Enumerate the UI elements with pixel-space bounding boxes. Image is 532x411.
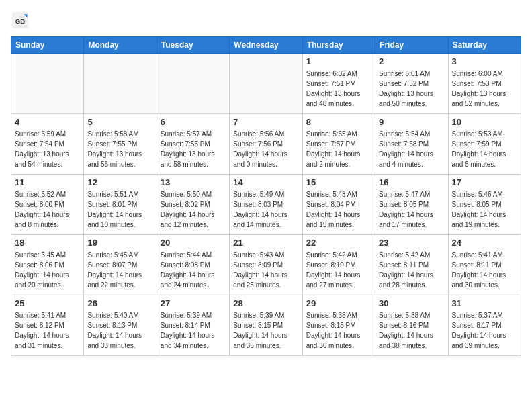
calendar-cell: 4Sunrise: 5:59 AM Sunset: 7:54 PM Daylig… — [11, 114, 84, 175]
weekday-header-row: SundayMondayTuesdayWednesdayThursdayFrid… — [11, 37, 521, 54]
page-header: GB — [11, 11, 521, 30]
week-row-3: 11Sunrise: 5:52 AM Sunset: 8:00 PM Dayli… — [11, 175, 521, 235]
weekday-header-wednesday: Wednesday — [230, 37, 302, 54]
day-info: Sunrise: 5:54 AM Sunset: 7:58 PM Dayligh… — [379, 129, 444, 169]
day-info: Sunrise: 5:59 AM Sunset: 7:54 PM Dayligh… — [15, 129, 80, 169]
calendar-cell: 20Sunrise: 5:44 AM Sunset: 8:08 PM Dayli… — [157, 235, 229, 295]
day-number: 31 — [452, 298, 517, 308]
weekday-header-thursday: Thursday — [302, 37, 375, 54]
calendar-cell: 10Sunrise: 5:53 AM Sunset: 7:59 PM Dayli… — [448, 114, 521, 175]
day-info: Sunrise: 5:58 AM Sunset: 7:55 PM Dayligh… — [87, 129, 152, 169]
calendar-cell — [157, 54, 229, 114]
calendar-cell — [230, 54, 302, 114]
weekday-header-monday: Monday — [84, 37, 157, 54]
day-number: 22 — [306, 238, 371, 248]
svg-text:GB: GB — [15, 17, 25, 25]
calendar-cell: 21Sunrise: 5:43 AM Sunset: 8:09 PM Dayli… — [230, 235, 302, 295]
day-info: Sunrise: 5:38 AM Sunset: 8:16 PM Dayligh… — [379, 310, 444, 351]
day-number: 18 — [15, 238, 80, 248]
day-info: Sunrise: 5:52 AM Sunset: 8:00 PM Dayligh… — [15, 189, 80, 230]
calendar-cell: 6Sunrise: 5:57 AM Sunset: 7:55 PM Daylig… — [157, 114, 229, 175]
day-info: Sunrise: 5:46 AM Sunset: 8:05 PM Dayligh… — [452, 189, 517, 230]
calendar-cell: 31Sunrise: 5:37 AM Sunset: 8:17 PM Dayli… — [448, 295, 521, 356]
day-info: Sunrise: 5:42 AM Sunset: 8:10 PM Dayligh… — [306, 250, 371, 290]
calendar-table: SundayMondayTuesdayWednesdayThursdayFrid… — [11, 36, 521, 356]
day-number: 27 — [161, 298, 226, 308]
week-row-2: 4Sunrise: 5:59 AM Sunset: 7:54 PM Daylig… — [11, 114, 521, 175]
day-info: Sunrise: 5:56 AM Sunset: 7:56 PM Dayligh… — [233, 129, 298, 169]
weekday-header-friday: Friday — [375, 37, 448, 54]
calendar-cell: 5Sunrise: 5:58 AM Sunset: 7:55 PM Daylig… — [84, 114, 157, 175]
day-info: Sunrise: 5:51 AM Sunset: 8:01 PM Dayligh… — [87, 189, 152, 230]
day-number: 28 — [233, 298, 298, 308]
day-number: 1 — [306, 56, 371, 66]
calendar-cell: 29Sunrise: 5:38 AM Sunset: 8:15 PM Dayli… — [302, 295, 375, 356]
calendar-cell: 26Sunrise: 5:40 AM Sunset: 8:13 PM Dayli… — [84, 295, 157, 356]
calendar-cell — [84, 54, 157, 114]
day-info: Sunrise: 6:00 AM Sunset: 7:53 PM Dayligh… — [452, 68, 517, 109]
day-number: 9 — [379, 117, 444, 127]
day-number: 24 — [452, 238, 517, 248]
calendar-cell — [11, 54, 84, 114]
calendar-cell: 25Sunrise: 5:41 AM Sunset: 8:12 PM Dayli… — [11, 295, 84, 356]
day-info: Sunrise: 5:44 AM Sunset: 8:08 PM Dayligh… — [161, 250, 226, 290]
day-info: Sunrise: 5:50 AM Sunset: 8:02 PM Dayligh… — [161, 189, 226, 230]
calendar-cell: 9Sunrise: 5:54 AM Sunset: 7:58 PM Daylig… — [375, 114, 448, 175]
day-number: 25 — [15, 298, 80, 308]
day-number: 13 — [161, 177, 226, 187]
day-number: 7 — [233, 117, 298, 127]
calendar-cell: 17Sunrise: 5:46 AM Sunset: 8:05 PM Dayli… — [448, 175, 521, 235]
day-number: 2 — [379, 56, 444, 66]
logo-icon: GB — [11, 11, 30, 30]
day-number: 4 — [15, 117, 80, 127]
day-info: Sunrise: 5:55 AM Sunset: 7:57 PM Dayligh… — [306, 129, 371, 169]
calendar-cell: 1Sunrise: 6:02 AM Sunset: 7:51 PM Daylig… — [302, 54, 375, 114]
day-info: Sunrise: 5:38 AM Sunset: 8:15 PM Dayligh… — [306, 310, 371, 351]
day-info: Sunrise: 5:48 AM Sunset: 8:04 PM Dayligh… — [306, 189, 371, 230]
weekday-header-saturday: Saturday — [448, 37, 521, 54]
calendar-cell: 23Sunrise: 5:42 AM Sunset: 8:11 PM Dayli… — [375, 235, 448, 295]
calendar-cell: 2Sunrise: 6:01 AM Sunset: 7:52 PM Daylig… — [375, 54, 448, 114]
week-row-1: 1Sunrise: 6:02 AM Sunset: 7:51 PM Daylig… — [11, 54, 521, 114]
day-number: 3 — [452, 56, 517, 66]
logo: GB — [11, 11, 32, 30]
calendar-cell: 18Sunrise: 5:45 AM Sunset: 8:06 PM Dayli… — [11, 235, 84, 295]
day-info: Sunrise: 5:41 AM Sunset: 8:11 PM Dayligh… — [452, 250, 517, 290]
calendar-cell: 27Sunrise: 5:39 AM Sunset: 8:14 PM Dayli… — [157, 295, 229, 356]
day-number: 6 — [161, 117, 226, 127]
day-info: Sunrise: 5:42 AM Sunset: 8:11 PM Dayligh… — [379, 250, 444, 290]
day-info: Sunrise: 6:01 AM Sunset: 7:52 PM Dayligh… — [379, 68, 444, 109]
day-info: Sunrise: 5:39 AM Sunset: 8:15 PM Dayligh… — [233, 310, 298, 351]
weekday-header-tuesday: Tuesday — [157, 37, 229, 54]
week-row-5: 25Sunrise: 5:41 AM Sunset: 8:12 PM Dayli… — [11, 295, 521, 356]
day-info: Sunrise: 5:45 AM Sunset: 8:06 PM Dayligh… — [15, 250, 80, 290]
calendar-cell: 22Sunrise: 5:42 AM Sunset: 8:10 PM Dayli… — [302, 235, 375, 295]
calendar-cell: 15Sunrise: 5:48 AM Sunset: 8:04 PM Dayli… — [302, 175, 375, 235]
day-info: Sunrise: 5:39 AM Sunset: 8:14 PM Dayligh… — [161, 310, 226, 351]
calendar-body: 1Sunrise: 6:02 AM Sunset: 7:51 PM Daylig… — [11, 54, 521, 356]
day-info: Sunrise: 5:53 AM Sunset: 7:59 PM Dayligh… — [452, 129, 517, 169]
day-number: 16 — [379, 177, 444, 187]
day-number: 21 — [233, 238, 298, 248]
day-info: Sunrise: 5:40 AM Sunset: 8:13 PM Dayligh… — [87, 310, 152, 351]
day-number: 10 — [452, 117, 517, 127]
day-number: 23 — [379, 238, 444, 248]
day-number: 12 — [87, 177, 152, 187]
calendar-cell: 12Sunrise: 5:51 AM Sunset: 8:01 PM Dayli… — [84, 175, 157, 235]
day-number: 15 — [306, 177, 371, 187]
day-number: 19 — [87, 238, 152, 248]
day-info: Sunrise: 5:43 AM Sunset: 8:09 PM Dayligh… — [233, 250, 298, 290]
day-number: 30 — [379, 298, 444, 308]
calendar-cell: 30Sunrise: 5:38 AM Sunset: 8:16 PM Dayli… — [375, 295, 448, 356]
calendar-cell: 7Sunrise: 5:56 AM Sunset: 7:56 PM Daylig… — [230, 114, 302, 175]
day-number: 26 — [87, 298, 152, 308]
day-number: 5 — [87, 117, 152, 127]
week-row-4: 18Sunrise: 5:45 AM Sunset: 8:06 PM Dayli… — [11, 235, 521, 295]
day-info: Sunrise: 5:57 AM Sunset: 7:55 PM Dayligh… — [161, 129, 226, 169]
calendar-cell: 28Sunrise: 5:39 AM Sunset: 8:15 PM Dayli… — [230, 295, 302, 356]
day-info: Sunrise: 5:41 AM Sunset: 8:12 PM Dayligh… — [15, 310, 80, 351]
calendar-cell: 3Sunrise: 6:00 AM Sunset: 7:53 PM Daylig… — [448, 54, 521, 114]
calendar-cell: 13Sunrise: 5:50 AM Sunset: 8:02 PM Dayli… — [157, 175, 229, 235]
calendar-cell: 19Sunrise: 5:45 AM Sunset: 8:07 PM Dayli… — [84, 235, 157, 295]
calendar-cell: 11Sunrise: 5:52 AM Sunset: 8:00 PM Dayli… — [11, 175, 84, 235]
